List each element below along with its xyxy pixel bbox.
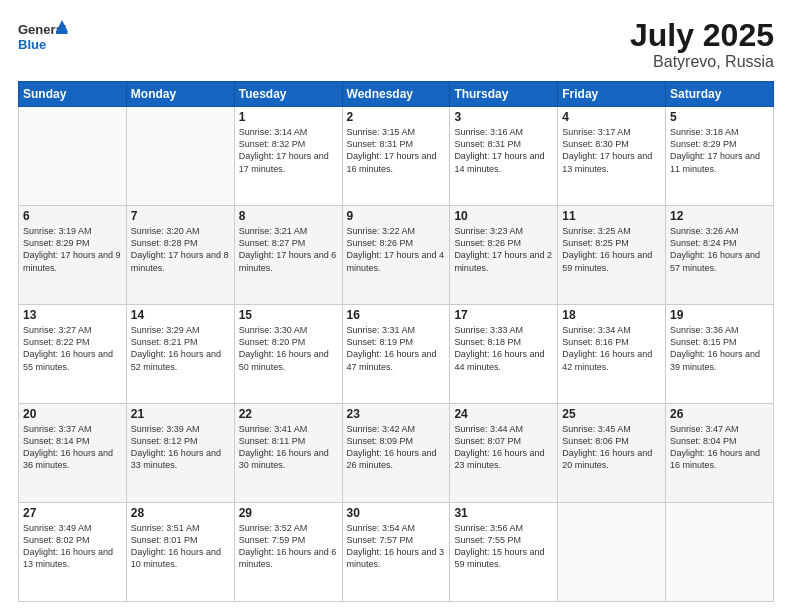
day-number: 7 [131,209,230,223]
day-info: Sunrise: 3:18 AM Sunset: 8:29 PM Dayligh… [670,126,769,175]
day-info: Sunrise: 3:34 AM Sunset: 8:16 PM Dayligh… [562,324,661,373]
day-info: Sunrise: 3:54 AM Sunset: 7:57 PM Dayligh… [347,522,446,571]
day-number: 21 [131,407,230,421]
table-row: 29Sunrise: 3:52 AM Sunset: 7:59 PM Dayli… [234,503,342,602]
col-tuesday: Tuesday [234,82,342,107]
col-thursday: Thursday [450,82,558,107]
table-row: 8Sunrise: 3:21 AM Sunset: 8:27 PM Daylig… [234,206,342,305]
day-info: Sunrise: 3:49 AM Sunset: 8:02 PM Dayligh… [23,522,122,571]
col-saturday: Saturday [666,82,774,107]
day-info: Sunrise: 3:15 AM Sunset: 8:31 PM Dayligh… [347,126,446,175]
table-row: 9Sunrise: 3:22 AM Sunset: 8:26 PM Daylig… [342,206,450,305]
day-number: 5 [670,110,769,124]
day-info: Sunrise: 3:19 AM Sunset: 8:29 PM Dayligh… [23,225,122,274]
day-info: Sunrise: 3:52 AM Sunset: 7:59 PM Dayligh… [239,522,338,571]
table-row: 1Sunrise: 3:14 AM Sunset: 8:32 PM Daylig… [234,107,342,206]
day-info: Sunrise: 3:45 AM Sunset: 8:06 PM Dayligh… [562,423,661,472]
table-row: 31Sunrise: 3:56 AM Sunset: 7:55 PM Dayli… [450,503,558,602]
day-number: 31 [454,506,553,520]
day-info: Sunrise: 3:29 AM Sunset: 8:21 PM Dayligh… [131,324,230,373]
header: General Blue July 2025 Batyrevo, Russia [18,18,774,71]
table-row [126,107,234,206]
day-number: 16 [347,308,446,322]
day-number: 17 [454,308,553,322]
day-info: Sunrise: 3:16 AM Sunset: 8:31 PM Dayligh… [454,126,553,175]
day-info: Sunrise: 3:30 AM Sunset: 8:20 PM Dayligh… [239,324,338,373]
day-number: 18 [562,308,661,322]
day-number: 23 [347,407,446,421]
day-info: Sunrise: 3:23 AM Sunset: 8:26 PM Dayligh… [454,225,553,274]
table-row: 11Sunrise: 3:25 AM Sunset: 8:25 PM Dayli… [558,206,666,305]
table-row: 16Sunrise: 3:31 AM Sunset: 8:19 PM Dayli… [342,305,450,404]
day-number: 12 [670,209,769,223]
day-number: 11 [562,209,661,223]
day-info: Sunrise: 3:44 AM Sunset: 8:07 PM Dayligh… [454,423,553,472]
day-number: 24 [454,407,553,421]
col-wednesday: Wednesday [342,82,450,107]
day-info: Sunrise: 3:37 AM Sunset: 8:14 PM Dayligh… [23,423,122,472]
day-info: Sunrise: 3:33 AM Sunset: 8:18 PM Dayligh… [454,324,553,373]
table-row: 30Sunrise: 3:54 AM Sunset: 7:57 PM Dayli… [342,503,450,602]
day-number: 29 [239,506,338,520]
table-row: 2Sunrise: 3:15 AM Sunset: 8:31 PM Daylig… [342,107,450,206]
day-info: Sunrise: 3:41 AM Sunset: 8:11 PM Dayligh… [239,423,338,472]
table-row: 4Sunrise: 3:17 AM Sunset: 8:30 PM Daylig… [558,107,666,206]
table-row: 23Sunrise: 3:42 AM Sunset: 8:09 PM Dayli… [342,404,450,503]
day-number: 22 [239,407,338,421]
table-row: 5Sunrise: 3:18 AM Sunset: 8:29 PM Daylig… [666,107,774,206]
table-row [666,503,774,602]
table-row: 3Sunrise: 3:16 AM Sunset: 8:31 PM Daylig… [450,107,558,206]
day-info: Sunrise: 3:42 AM Sunset: 8:09 PM Dayligh… [347,423,446,472]
day-number: 2 [347,110,446,124]
table-row: 12Sunrise: 3:26 AM Sunset: 8:24 PM Dayli… [666,206,774,305]
day-number: 4 [562,110,661,124]
table-row: 26Sunrise: 3:47 AM Sunset: 8:04 PM Dayli… [666,404,774,503]
day-number: 8 [239,209,338,223]
day-number: 6 [23,209,122,223]
day-number: 26 [670,407,769,421]
day-info: Sunrise: 3:27 AM Sunset: 8:22 PM Dayligh… [23,324,122,373]
day-number: 1 [239,110,338,124]
day-info: Sunrise: 3:26 AM Sunset: 8:24 PM Dayligh… [670,225,769,274]
day-number: 20 [23,407,122,421]
table-row: 28Sunrise: 3:51 AM Sunset: 8:01 PM Dayli… [126,503,234,602]
table-row: 22Sunrise: 3:41 AM Sunset: 8:11 PM Dayli… [234,404,342,503]
table-row [558,503,666,602]
title-area: July 2025 Batyrevo, Russia [630,18,774,71]
table-row: 10Sunrise: 3:23 AM Sunset: 8:26 PM Dayli… [450,206,558,305]
table-row: 7Sunrise: 3:20 AM Sunset: 8:28 PM Daylig… [126,206,234,305]
table-row: 14Sunrise: 3:29 AM Sunset: 8:21 PM Dayli… [126,305,234,404]
day-info: Sunrise: 3:14 AM Sunset: 8:32 PM Dayligh… [239,126,338,175]
calendar-title: July 2025 [630,18,774,53]
col-monday: Monday [126,82,234,107]
table-row: 6Sunrise: 3:19 AM Sunset: 8:29 PM Daylig… [19,206,127,305]
day-info: Sunrise: 3:36 AM Sunset: 8:15 PM Dayligh… [670,324,769,373]
day-number: 9 [347,209,446,223]
svg-text:Blue: Blue [18,37,46,52]
table-row: 27Sunrise: 3:49 AM Sunset: 8:02 PM Dayli… [19,503,127,602]
day-info: Sunrise: 3:31 AM Sunset: 8:19 PM Dayligh… [347,324,446,373]
day-info: Sunrise: 3:25 AM Sunset: 8:25 PM Dayligh… [562,225,661,274]
table-row: 17Sunrise: 3:33 AM Sunset: 8:18 PM Dayli… [450,305,558,404]
day-info: Sunrise: 3:22 AM Sunset: 8:26 PM Dayligh… [347,225,446,274]
table-row: 19Sunrise: 3:36 AM Sunset: 8:15 PM Dayli… [666,305,774,404]
day-info: Sunrise: 3:51 AM Sunset: 8:01 PM Dayligh… [131,522,230,571]
day-number: 28 [131,506,230,520]
page: General Blue July 2025 Batyrevo, Russia … [0,0,792,612]
day-number: 19 [670,308,769,322]
calendar-subtitle: Batyrevo, Russia [630,53,774,71]
day-info: Sunrise: 3:39 AM Sunset: 8:12 PM Dayligh… [131,423,230,472]
day-number: 25 [562,407,661,421]
calendar-table: Sunday Monday Tuesday Wednesday Thursday… [18,81,774,602]
table-row: 18Sunrise: 3:34 AM Sunset: 8:16 PM Dayli… [558,305,666,404]
col-sunday: Sunday [19,82,127,107]
table-row [19,107,127,206]
day-info: Sunrise: 3:47 AM Sunset: 8:04 PM Dayligh… [670,423,769,472]
day-number: 15 [239,308,338,322]
day-info: Sunrise: 3:56 AM Sunset: 7:55 PM Dayligh… [454,522,553,571]
day-number: 13 [23,308,122,322]
table-row: 24Sunrise: 3:44 AM Sunset: 8:07 PM Dayli… [450,404,558,503]
day-number: 30 [347,506,446,520]
table-row: 15Sunrise: 3:30 AM Sunset: 8:20 PM Dayli… [234,305,342,404]
day-number: 3 [454,110,553,124]
